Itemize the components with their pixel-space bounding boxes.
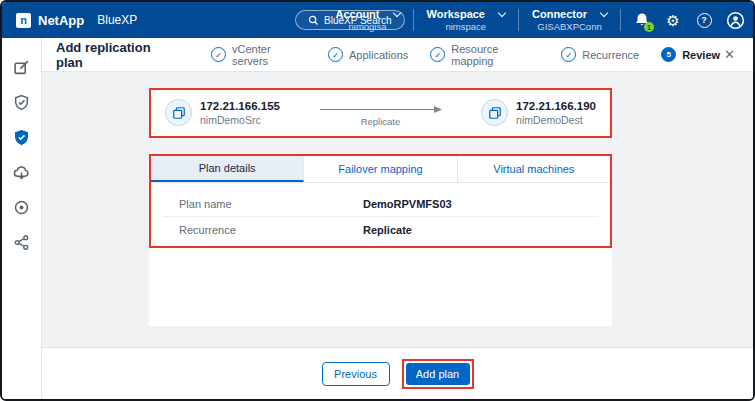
sidebar-item-share[interactable] bbox=[11, 231, 33, 253]
table-row: Recurrence Replicate bbox=[163, 217, 598, 242]
tab-failover-mapping[interactable]: Failover mapping bbox=[304, 156, 457, 182]
page-title: Add replication plan bbox=[56, 40, 179, 70]
source-endpoint: 172.21.166.155 nimDemoSrc bbox=[165, 99, 280, 128]
step-label: Resource mapping bbox=[451, 43, 539, 67]
destination-ip: 172.21.166.190 bbox=[516, 99, 596, 114]
notification-badge: 1 bbox=[644, 22, 654, 32]
plan-tabs: Plan details Failover mapping Virtual ma… bbox=[151, 156, 610, 183]
avatar-icon bbox=[726, 11, 745, 30]
host-icon bbox=[481, 99, 508, 126]
add-plan-highlight: Add plan bbox=[402, 359, 474, 389]
sidebar-item-restore[interactable] bbox=[11, 161, 33, 183]
plan-name-label: Plan name bbox=[163, 198, 363, 210]
connector-label: Connector bbox=[532, 8, 587, 21]
shield-check-icon bbox=[13, 94, 30, 111]
main-panel: Add replication plan ✓ vCenter servers ✓… bbox=[42, 38, 753, 399]
account-menu[interactable]: Account nimogisa bbox=[334, 8, 402, 33]
tab-plan-details[interactable]: Plan details bbox=[151, 156, 304, 182]
step-resource-mapping[interactable]: ✓ Resource mapping bbox=[430, 43, 539, 67]
plan-tabs-section: Plan details Failover mapping Virtual ma… bbox=[149, 154, 612, 248]
tab-virtual-machines[interactable]: Virtual machines bbox=[458, 156, 610, 182]
plan-card: Plan details Failover mapping Virtual ma… bbox=[149, 154, 612, 326]
arrow-label: Replicate bbox=[361, 116, 401, 127]
replicate-arrow: Replicate bbox=[318, 105, 444, 127]
cloud-restore-icon bbox=[13, 164, 30, 181]
step-number-badge: 5 bbox=[661, 47, 676, 62]
replication-summary-card: 172.21.166.155 nimDemoSrc Replicate bbox=[149, 88, 612, 138]
add-plan-button[interactable]: Add plan bbox=[406, 363, 470, 385]
help-button[interactable]: ? bbox=[694, 10, 714, 30]
step-label: Recurrence bbox=[582, 49, 639, 61]
plan-name-value: DemoRPVMFS03 bbox=[363, 198, 452, 210]
step-vcenter-servers[interactable]: ✓ vCenter servers bbox=[211, 43, 306, 67]
protection-shield-icon bbox=[13, 129, 30, 146]
review-content: 172.21.166.155 nimDemoSrc Replicate bbox=[42, 72, 753, 347]
header-right-cluster: Account nimogisa Workspace nimspace Conn… bbox=[334, 2, 746, 38]
step-label: Applications bbox=[349, 49, 408, 61]
recurrence-label: Recurrence bbox=[163, 224, 363, 236]
brand-name: NetApp bbox=[38, 13, 84, 28]
gear-icon: ⚙ bbox=[666, 13, 679, 28]
notifications-button[interactable]: 1 bbox=[632, 10, 652, 30]
product-name: BlueXP bbox=[97, 13, 137, 27]
workspace-label: Workspace bbox=[427, 8, 486, 21]
connector-value: GISABXPConn bbox=[537, 21, 601, 32]
header-divider bbox=[620, 9, 621, 31]
sidebar-item-shield[interactable] bbox=[11, 91, 33, 113]
search-icon bbox=[308, 15, 319, 26]
chevron-down-icon bbox=[600, 9, 608, 17]
sidebar-item-protection-active[interactable] bbox=[11, 126, 33, 148]
wizard-stepper: ✓ vCenter servers ✓ Applications ✓ Resou… bbox=[211, 43, 720, 67]
share-icon bbox=[13, 234, 30, 251]
step-applications[interactable]: ✓ Applications bbox=[328, 47, 408, 62]
source-name: nimDemoSrc bbox=[200, 114, 280, 128]
brand: n NetApp BlueXP bbox=[16, 13, 137, 28]
wizard-titlebar: Add replication plan ✓ vCenter servers ✓… bbox=[42, 38, 753, 72]
user-menu-button[interactable] bbox=[725, 10, 745, 30]
workspace-value: nimspace bbox=[445, 21, 486, 32]
step-check-icon: ✓ bbox=[328, 47, 343, 62]
app-body: Add replication plan ✓ vCenter servers ✓… bbox=[2, 38, 753, 399]
netapp-logo: n bbox=[16, 13, 31, 28]
bluexp-window: n NetApp BlueXP BlueXP Search Account ni… bbox=[0, 0, 755, 401]
plan-details-rows: Plan name DemoRPVMFS03 Recurrence Replic… bbox=[151, 183, 610, 246]
previous-button[interactable]: Previous bbox=[322, 362, 390, 386]
connector-menu[interactable]: Connector GISABXPConn bbox=[530, 8, 609, 33]
step-check-icon: ✓ bbox=[561, 47, 576, 62]
destination-name: nimDemoDest bbox=[516, 114, 596, 128]
target-icon bbox=[13, 199, 30, 216]
wizard-footer: Previous Add plan bbox=[42, 347, 753, 399]
step-recurrence[interactable]: ✓ Recurrence bbox=[561, 47, 639, 62]
step-label: Review bbox=[682, 49, 720, 61]
close-icon[interactable]: ✕ bbox=[720, 45, 739, 64]
sidebar-item-discovery[interactable] bbox=[11, 196, 33, 218]
settings-button[interactable]: ⚙ bbox=[663, 10, 683, 30]
destination-endpoint: 172.21.166.190 nimDemoDest bbox=[481, 99, 596, 128]
step-check-icon: ✓ bbox=[430, 47, 445, 62]
header-divider bbox=[518, 9, 519, 31]
chevron-down-icon bbox=[498, 9, 506, 17]
help-icon: ? bbox=[697, 13, 712, 28]
top-header: n NetApp BlueXP BlueXP Search Account ni… bbox=[2, 2, 753, 38]
compose-icon bbox=[13, 59, 30, 76]
plan-card-empty-area bbox=[149, 248, 612, 326]
sidebar-item-compose[interactable] bbox=[11, 56, 33, 78]
chevron-down-icon bbox=[392, 9, 400, 17]
host-icon bbox=[165, 99, 192, 126]
step-review[interactable]: 5 Review bbox=[661, 47, 720, 62]
arrow-right-icon bbox=[318, 105, 444, 114]
left-nav bbox=[2, 38, 42, 399]
account-label: Account bbox=[336, 8, 380, 21]
recurrence-value: Replicate bbox=[363, 224, 412, 236]
source-ip: 172.21.166.155 bbox=[200, 99, 280, 114]
header-divider bbox=[413, 9, 414, 31]
account-value: nimogisa bbox=[348, 21, 386, 32]
step-check-icon: ✓ bbox=[211, 47, 226, 62]
workspace-menu[interactable]: Workspace nimspace bbox=[425, 8, 508, 33]
table-row: Plan name DemoRPVMFS03 bbox=[163, 192, 598, 217]
step-label: vCenter servers bbox=[232, 43, 306, 67]
